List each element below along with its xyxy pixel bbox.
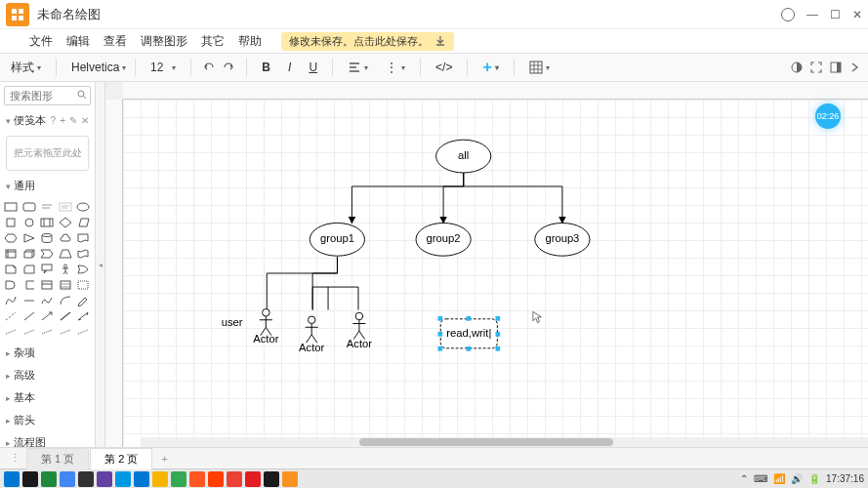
panel-flowchart[interactable]: ▸流程图 (0, 431, 95, 447)
sidebar-collapse-handle[interactable]: ◂ (96, 82, 105, 447)
shape-note[interactable] (3, 263, 19, 276)
scratchpad-dropzone[interactable]: 把元素拖至此处 (6, 136, 89, 171)
shape-link-line[interactable] (21, 309, 37, 323)
taskbar-app-10[interactable] (189, 471, 205, 487)
redo-button[interactable] (223, 61, 236, 74)
style-dropdown[interactable]: 样式▾ (6, 57, 46, 79)
close-button[interactable]: ✕ (852, 8, 862, 21)
shape-trapezoid[interactable] (58, 247, 73, 261)
scratch-help-icon[interactable]: ? (51, 115, 57, 126)
shape-parallelogram[interactable] (75, 216, 91, 229)
shape-step[interactable] (39, 247, 55, 261)
tab-page-1[interactable]: 第 1 页 (26, 448, 89, 469)
shape-hline[interactable] (21, 294, 37, 307)
unsaved-notice[interactable]: 修改未保存。点击此处保存。 (281, 32, 454, 51)
shape-and[interactable] (3, 278, 19, 292)
shape-process[interactable] (39, 216, 55, 229)
shape-cube[interactable] (21, 247, 37, 261)
shape-curve[interactable] (3, 294, 19, 307)
shape-actor[interactable] (58, 263, 73, 276)
shape-link-solid[interactable] (58, 309, 73, 323)
shape-textbox[interactable] (58, 200, 73, 214)
search-icon[interactable] (77, 90, 87, 100)
shape-link-bidir[interactable] (75, 309, 91, 323)
shape-list2[interactable] (75, 278, 91, 292)
menu-file[interactable]: 文件 (29, 33, 53, 50)
shape-edge3[interactable] (39, 325, 55, 339)
font-size-dropdown[interactable]: 12▾ (145, 58, 181, 77)
panel-arrows[interactable]: ▸箭头 (0, 409, 95, 431)
shape-edge4[interactable] (58, 325, 73, 339)
actor-2[interactable] (306, 316, 318, 343)
taskbar-app-15[interactable] (282, 471, 298, 487)
shape-arc[interactable] (58, 294, 73, 307)
taskbar-app-4[interactable] (78, 471, 94, 487)
italic-button[interactable]: I (283, 58, 296, 77)
taskbar-app-3[interactable] (60, 471, 75, 487)
undo-button[interactable] (201, 61, 215, 74)
shape-edge2[interactable] (21, 325, 37, 339)
shape-or[interactable] (75, 263, 91, 276)
shape-document[interactable] (75, 231, 91, 245)
tabs-menu-button[interactable]: ⋮ (4, 452, 26, 465)
more-format-dropdown[interactable]: ⋮▾ (381, 58, 410, 77)
shape-tape[interactable] (75, 247, 91, 261)
theme-icon[interactable] (790, 61, 804, 74)
shape-triangle[interactable] (21, 231, 37, 245)
taskbar-app-11[interactable] (208, 471, 224, 487)
tray-clock[interactable]: 17:37:16 (826, 473, 864, 484)
panel-scratchpad[interactable]: ▾便笺本 ? + ✎ ✕ (0, 109, 95, 132)
shape-card[interactable] (21, 263, 37, 276)
fullscreen-icon[interactable] (809, 61, 823, 74)
align-dropdown[interactable]: ▾ (343, 58, 373, 77)
font-family-dropdown[interactable]: Helvetica▾ (66, 58, 125, 77)
taskbar-app-6[interactable] (115, 471, 131, 487)
download-icon[interactable] (434, 35, 446, 47)
taskbar-app-9[interactable] (171, 471, 186, 487)
code-button[interactable]: </> (431, 58, 457, 77)
drawing-canvas[interactable]: all group1 group2 group3 user Actor (123, 100, 868, 447)
taskbar-start[interactable] (4, 471, 20, 487)
bold-button[interactable]: B (257, 58, 275, 77)
tray-ime-icon[interactable]: ⌨ (754, 473, 767, 484)
shape-callout[interactable] (39, 263, 55, 276)
tray-battery-icon[interactable]: 🔋 (808, 473, 820, 484)
shape-rect[interactable] (3, 200, 19, 214)
taskbar-app-5[interactable] (97, 471, 112, 487)
minimize-button[interactable]: — (806, 8, 818, 21)
panel-advanced[interactable]: ▸高级 (0, 364, 95, 386)
tab-page-2[interactable]: 第 2 页 (90, 448, 152, 469)
actor-1[interactable] (260, 309, 272, 336)
shape-link-arrow[interactable] (39, 309, 55, 323)
menu-view[interactable]: 查看 (103, 33, 127, 50)
shape-square[interactable] (3, 216, 19, 229)
shape-hexagon[interactable] (3, 231, 19, 245)
collapse-icon[interactable] (848, 61, 862, 74)
shape-datastore[interactable] (21, 278, 37, 292)
taskbar-app-13[interactable] (245, 471, 261, 487)
insert-dropdown[interactable]: +▾ (477, 56, 503, 79)
taskbar-app-12[interactable] (227, 471, 242, 487)
shape-roundrect[interactable] (21, 200, 37, 214)
actor-3[interactable] (352, 312, 365, 339)
maximize-button[interactable]: ☐ (830, 8, 841, 21)
shape-container[interactable] (39, 278, 55, 292)
scratch-edit-icon[interactable]: ✎ (69, 115, 77, 126)
node-editing-text[interactable]: read,writ| (446, 327, 491, 339)
language-icon[interactable] (781, 8, 795, 21)
shape-diamond[interactable] (58, 216, 73, 229)
underline-button[interactable]: U (304, 58, 322, 77)
menu-help[interactable]: 帮助 (238, 33, 262, 50)
taskbar-app-1[interactable] (22, 471, 38, 487)
shape-circle[interactable] (21, 216, 37, 229)
scratch-close-icon[interactable]: ✕ (81, 115, 89, 126)
taskbar-app-2[interactable] (41, 471, 57, 487)
shape-ellipse[interactable] (75, 200, 91, 214)
table-dropdown[interactable]: ▾ (524, 58, 555, 77)
taskbar-app-14[interactable] (264, 471, 279, 487)
format-panel-icon[interactable] (829, 61, 843, 74)
scratch-add-icon[interactable]: + (60, 115, 65, 126)
shape-list[interactable] (58, 278, 73, 292)
taskbar-app-8[interactable] (152, 471, 168, 487)
shape-edge5[interactable] (75, 325, 91, 339)
